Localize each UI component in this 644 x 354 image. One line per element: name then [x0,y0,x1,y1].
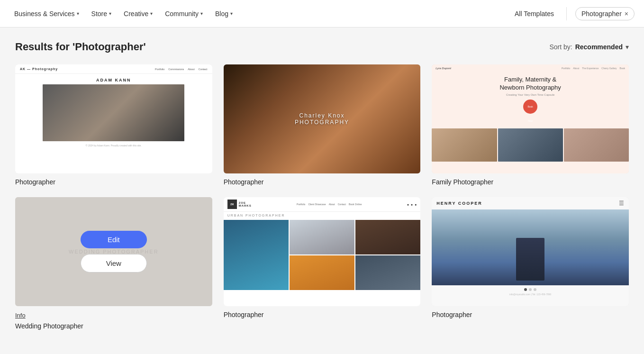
template-label-5: Photographer [224,311,421,318]
template-card-3[interactable]: Lyra Dupont PortfolioAboutThe Experience… [432,64,629,186]
nav-label-blog: Blog [215,10,228,18]
chevron-down-icon: ▾ [230,11,233,16]
template-card-6[interactable]: HENRY COOPER ☰ info@mystudio.com | Tel: … [432,197,629,330]
chevron-down-icon: ▾ [200,11,203,16]
template-card-2[interactable]: Charley KnoxPHOTOGRAPHY Photographer [224,64,421,186]
template-grid: AK — Photography PortfolioCommissionsAbo… [15,64,629,330]
nav-right: All Templates Photographer × [511,7,635,20]
template-thumb-6: HENRY COOPER ☰ info@mystudio.com | Tel: … [432,197,629,306]
nav-divider [566,7,567,20]
sort-control[interactable]: Sort by: Recommended ▾ [549,43,629,51]
nav-item-store[interactable]: Store ▾ [87,7,116,20]
template-label-1: Photographer [15,178,212,186]
chevron-down-icon: ▾ [109,11,111,16]
template-card-4[interactable]: WEDDING PHOTOGRAPHER Edit View Info Wedd… [15,197,212,330]
chevron-down-icon: ▾ [150,11,153,16]
sort-label: Sort by: [549,43,572,51]
all-templates-link[interactable]: All Templates [511,7,558,20]
template-label-3: Family Photographer [432,178,629,186]
close-search-button[interactable]: × [625,10,628,17]
chevron-down-icon: ▾ [77,11,79,16]
nav-label-creative: Creative [124,10,148,18]
sort-value: Recommended [575,43,623,51]
info-link[interactable]: Info [15,312,26,319]
nav-label-store: Store [91,10,107,18]
template-thumb-4: WEDDING PHOTOGRAPHER Edit View [15,197,212,306]
template-card-1[interactable]: AK — Photography PortfolioCommissionsAbo… [15,64,212,186]
nav-item-community[interactable]: Community ▾ [160,7,208,20]
template-card-5[interactable]: ZM ZOEMARKS PortfolioClient ShowcaseAbou… [224,197,421,330]
nav-item-blog[interactable]: Blog ▾ [210,7,237,20]
main-content: Results for 'Photographer' Sort by: Reco… [0,27,644,343]
template-thumb-5: ZM ZOEMARKS PortfolioClient ShowcaseAbou… [224,197,421,306]
nav-left: Business & Services ▾ Store ▾ Creative ▾… [9,7,511,20]
search-tag[interactable]: Photographer × [575,7,635,20]
search-tag-label: Photographer [581,10,622,18]
top-nav: Business & Services ▾ Store ▾ Creative ▾… [0,0,644,27]
edit-button[interactable]: Edit [81,231,147,248]
hover-overlay-4: Edit View [15,197,212,306]
results-header: Results for 'Photographer' Sort by: Reco… [15,41,629,53]
template-thumb-3: Lyra Dupont PortfolioAboutThe Experience… [432,64,629,173]
results-title: Results for 'Photographer' [15,41,146,53]
nav-item-creative[interactable]: Creative ▾ [119,7,157,20]
sort-chevron-icon: ▾ [626,43,629,51]
nav-label-community: Community [165,10,199,18]
template-label-6: Photographer [432,311,629,318]
view-button[interactable]: View [81,254,147,272]
template-thumb-1: AK — Photography PortfolioCommissionsAbo… [15,64,212,173]
nav-item-business-services[interactable]: Business & Services ▾ [9,7,84,20]
template-label-2: Photographer [224,178,421,186]
nav-label-business-services: Business & Services [14,10,75,18]
template-label-4: Wedding Photographer [15,322,212,330]
template-thumb-2: Charley KnoxPHOTOGRAPHY [224,64,421,173]
